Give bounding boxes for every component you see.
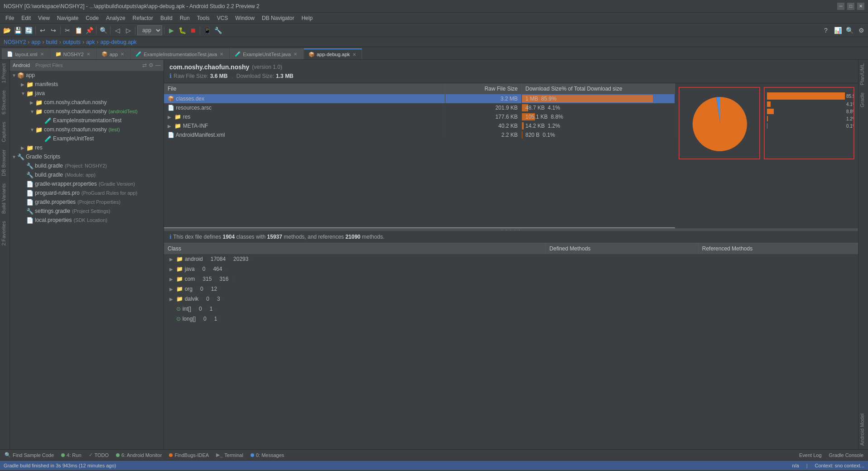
tab-noshy2-close[interactable]: ✕ (86, 52, 91, 57)
tree-java[interactable]: ▼ 📁 java (10, 89, 164, 98)
breadcrumb-app[interactable]: app (31, 39, 40, 45)
class-col-defined[interactable]: Defined Methods (545, 243, 698, 254)
breadcrumb-noshy2[interactable]: NOSHY2 (4, 39, 26, 45)
file-row-classes-dex[interactable]: 📦 classes.dex 3.2 MB 1 MB 85.9% (164, 94, 675, 103)
menu-window[interactable]: Window (231, 14, 258, 22)
bottom-tab-todo[interactable]: ✓ TODO (86, 450, 112, 460)
class-row-android[interactable]: ▶ 📁 android 17084 20293 (164, 254, 545, 264)
breadcrumb-apk[interactable]: apk (86, 39, 95, 45)
breadcrumb-outputs[interactable]: outputs (63, 39, 81, 45)
tree-settings-gradle[interactable]: ▶ 🔧 settings.gradle (Project Settings) (10, 207, 164, 216)
toolbar-forward-btn[interactable]: ▷ (123, 25, 133, 35)
file-col-download-size[interactable]: Download Size% of Total Download size (521, 83, 675, 94)
toolbar-copy-btn[interactable]: 📋 (73, 25, 83, 35)
class-row-long-array[interactable]: ▶ ⊙ long[] 0 1 (164, 314, 545, 324)
class-row-org[interactable]: ▶ 📁 org 0 12 (164, 284, 545, 294)
bottom-tab-run[interactable]: 4: Run (58, 450, 84, 460)
file-row-res[interactable]: ▶ 📁 res 177.6 KB 105.1 KB 8.8% (164, 112, 675, 121)
bottom-tab-messages[interactable]: 0: Messages (248, 450, 287, 460)
toolbar-sdk-btn[interactable]: 🔧 (213, 25, 223, 35)
tab-app-close[interactable]: ✕ (120, 52, 125, 57)
class-col-referenced[interactable]: Referenced Methods (698, 243, 858, 254)
tab-layout-xml[interactable]: 📄 layout.xml ✕ (2, 48, 50, 59)
file-row-meta-inf[interactable]: ▶ 📁 META-INF 40.2 KB 14.2 KB 1.2% (164, 121, 675, 130)
toolbar-paste-btn[interactable]: 📌 (84, 25, 94, 35)
toolbar-search-btn[interactable]: 🔍 (98, 25, 108, 35)
file-col-raw-size[interactable]: Raw File Size (445, 83, 521, 94)
menu-view[interactable]: View (34, 14, 53, 22)
tree-local-properties[interactable]: ▶ 📄 local.properties (SDK Location) (10, 216, 164, 225)
tab-app-debug-apk-close[interactable]: ✕ (352, 52, 357, 57)
java-expand-arrow[interactable]: ▶ (169, 267, 173, 272)
tree-settings-btn[interactable]: ⚙ (149, 62, 154, 68)
maximize-button[interactable]: □ (847, 3, 854, 10)
tree-package-androidtest[interactable]: ▼ 📁 com.noshy.chaofun.noshy (androidTest… (10, 107, 164, 116)
toolbar-stop-btn[interactable]: ⏹ (188, 25, 198, 35)
right-sidebar-planuml[interactable]: Plan/UML (858, 60, 868, 89)
project-tree-android-label[interactable]: Android (13, 62, 30, 68)
tree-manifests[interactable]: ▶ 📁 manifests (10, 80, 164, 89)
menu-vcs[interactable]: VCS (213, 14, 232, 22)
sidebar-label-structure[interactable]: 6:Structure (0, 87, 10, 118)
close-button[interactable]: ✕ (857, 3, 864, 10)
tree-example-unit[interactable]: ▶ 🧪 ExampleUnitTest (10, 134, 164, 143)
sidebar-label-buildvariants[interactable]: Build Variants (0, 180, 10, 217)
class-row-int-array[interactable]: ▶ ⊙ int[] 0 1 (164, 304, 545, 314)
toolbar-open-btn[interactable]: 📂 (2, 25, 12, 35)
app-selector[interactable]: app (137, 25, 162, 35)
org-expand-arrow[interactable]: ▶ (169, 287, 173, 292)
toolbar-help-btn[interactable]: ? (821, 25, 831, 35)
breadcrumb-apkfile[interactable]: app-debug.apk (100, 39, 136, 45)
bottom-tab-event-log[interactable]: Event Log (796, 450, 825, 460)
bottom-tab-gradle-console[interactable]: Gradle Console (826, 450, 866, 460)
tab-example-instrumentation-close[interactable]: ✕ (219, 52, 224, 57)
menu-edit[interactable]: Edit (18, 14, 34, 22)
tree-build-gradle-project[interactable]: ▶ 🔧 build.gradle (Project: NOSHY2) (10, 161, 164, 170)
right-sidebar-gradle[interactable]: Gradle (858, 89, 868, 111)
right-sidebar-android-model[interactable]: Android Model (858, 410, 868, 449)
tree-gradle-wrapper[interactable]: ▶ 📄 gradle-wrapper.properties (Gradle Ve… (10, 179, 164, 188)
file-row-resources-arsc[interactable]: 📄 resources.arsc 201.9 KB 48.7 KB 4.1% (164, 103, 675, 112)
toolbar-undo-btn[interactable]: ↩ (38, 25, 48, 35)
toolbar-search-right-btn[interactable]: 🔍 (844, 25, 854, 35)
toolbar-save-btn[interactable]: 💾 (13, 25, 23, 35)
com-expand-arrow[interactable]: ▶ (169, 277, 173, 282)
sidebar-label-captures[interactable]: Captures (0, 118, 10, 146)
tab-example-instrumentation[interactable]: 🧪 ExampleInstrumentationTest.java ✕ (130, 48, 229, 59)
menu-db-navigator[interactable]: DB Navigator (258, 14, 298, 22)
toolbar-cut-btn[interactable]: ✂ (63, 25, 72, 35)
toolbar-debug-btn[interactable]: 🐛 (177, 25, 187, 35)
tab-example-unit-close[interactable]: ✕ (293, 52, 298, 57)
class-row-com[interactable]: ▶ 📁 com 315 316 (164, 274, 545, 284)
menu-analyze[interactable]: Analyze (102, 14, 129, 22)
tree-proguard-rules[interactable]: ▶ 📄 proguard-rules.pro (ProGuard Rules f… (10, 188, 164, 197)
tree-app[interactable]: ▼ 📦 app (10, 71, 164, 80)
tree-res[interactable]: ▶ 📁 res (10, 143, 164, 152)
file-row-androidmanifest[interactable]: 📄 AndroidManifest.xml 2.2 KB 820 B 0.1% (164, 130, 675, 139)
meta-inf-expand-arrow[interactable]: ▶ (168, 124, 171, 129)
tree-build-gradle-module[interactable]: ▶ 🔧 build.gradle (Module: app) (10, 170, 164, 179)
file-col-name[interactable]: File (164, 83, 445, 94)
sidebar-label-dbbrowser[interactable]: DB Browser (0, 146, 10, 180)
class-row-java[interactable]: ▶ 📁 java 0 464 (164, 264, 545, 274)
menu-refactor[interactable]: Refactor (129, 14, 157, 22)
menu-code[interactable]: Code (82, 14, 102, 22)
tree-collapse-btn[interactable]: — (155, 62, 161, 68)
android-expand-arrow[interactable]: ▶ (169, 257, 173, 262)
menu-help[interactable]: Help (298, 14, 316, 22)
bottom-tab-findbugs[interactable]: FindBugs-IDEA (166, 450, 212, 460)
dalvik-expand-arrow[interactable]: ▶ (169, 297, 173, 302)
tree-gradle-properties[interactable]: ▶ 📄 gradle.properties (Project Propertie… (10, 197, 164, 207)
tab-layout-xml-close[interactable]: ✕ (39, 52, 45, 57)
menu-file[interactable]: File (2, 14, 18, 22)
tab-noshy2[interactable]: 📁 NOSHY2 ✕ (50, 48, 96, 59)
bottom-tab-find-sample[interactable]: 🔍 Find Sample Code (2, 450, 57, 460)
toolbar-settings-btn[interactable]: ⚙ (856, 25, 866, 35)
tab-app[interactable]: 📦 app ✕ (96, 48, 130, 59)
menu-run[interactable]: Run (176, 14, 193, 22)
menu-navigate[interactable]: Navigate (53, 14, 82, 22)
tree-sync-btn[interactable]: ⇄ (142, 62, 147, 68)
tab-app-debug-apk[interactable]: 📦 app-debug.apk ✕ (304, 48, 362, 59)
toolbar-event-btn[interactable]: 📊 (833, 25, 843, 35)
res-expand-arrow[interactable]: ▶ (168, 115, 171, 120)
